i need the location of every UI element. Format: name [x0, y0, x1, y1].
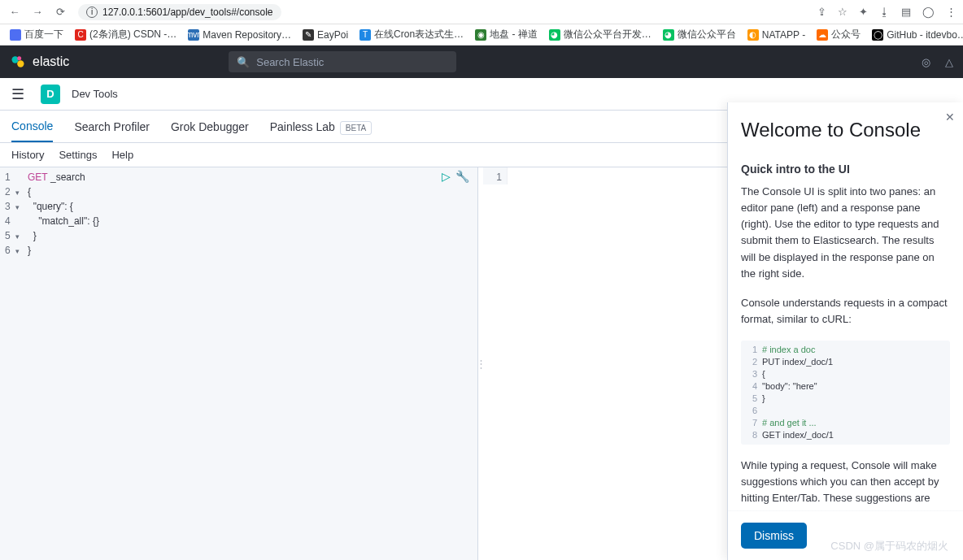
bookmark-item[interactable]: ◕微信公众平台开发… [549, 28, 651, 41]
editor-pane[interactable]: 1 2 ▾3 ▾4 5 ▾6 ▾ GET _search{ "query": {… [0, 167, 478, 560]
reload-button[interactable]: ⟳ [52, 6, 68, 18]
search-placeholder: Search Elastic [256, 56, 324, 68]
response-gutter: 1 [483, 167, 508, 184]
brand-label: elastic [33, 54, 69, 69]
bookmark-item[interactable]: C(2条消息) CSDN -… [75, 28, 176, 41]
elastic-logo[interactable]: elastic [10, 54, 69, 70]
menu-icon[interactable]: ⋮ [946, 6, 956, 18]
star-icon[interactable]: ☆ [838, 6, 848, 18]
bookmark-item[interactable]: ◐NATAPP - [747, 29, 805, 41]
wrench-icon[interactable]: 🔧 [455, 170, 469, 183]
svg-point-2 [17, 56, 21, 60]
search-icon: 🔍 [237, 56, 250, 68]
profile-icon[interactable]: ◯ [922, 6, 935, 18]
url-text: 127.0.0.1:5601/app/dev_tools#/console [102, 7, 273, 18]
app-badge[interactable]: D [41, 85, 60, 104]
extensions-icon[interactable]: ✦ [859, 6, 868, 18]
tab-grok-debugger[interactable]: Grok Debugger [171, 112, 249, 141]
bookmark-item[interactable]: ◉地盘 - 禅道 [475, 28, 538, 41]
user-icon[interactable]: △ [945, 56, 953, 68]
bookmark-item[interactable]: 百度一下 [10, 28, 63, 41]
editor-gutter: 1 2 ▾3 ▾4 5 ▾6 ▾ [0, 167, 24, 258]
nav-toggle-button[interactable]: ☰ [7, 85, 29, 103]
share-icon[interactable]: ⇪ [817, 6, 826, 18]
svg-point-1 [17, 60, 24, 67]
bookmarks-bar: 百度一下C(2条消息) CSDN -…mvnMaven Repository…✎… [0, 24, 963, 46]
watermark: CSDN @属于码农的烟火 [830, 539, 948, 553]
subnav-help[interactable]: Help [111, 149, 133, 161]
response-line-1: 1 [483, 170, 502, 184]
app-header: elastic 🔍 Search Elastic ◎ △ [0, 46, 963, 78]
flyout-p1: The Console UI is split into two panes: … [741, 184, 950, 282]
download-icon[interactable]: ⭳ [879, 6, 890, 18]
bookmark-item[interactable]: ◕微信公众平台 [663, 28, 736, 41]
elastic-logo-icon [10, 54, 26, 70]
bookmark-item[interactable]: T在线Cron表达式生… [359, 28, 464, 41]
editor-code[interactable]: GET _search{ "query": { "match_all": {} … [28, 167, 477, 258]
bookmark-item[interactable]: ☁公众号 [817, 28, 861, 41]
welcome-flyout: ✕ Welcome to Console Quick intro to the … [727, 102, 963, 560]
url-bar[interactable]: i 127.0.0.1:5601/app/dev_tools#/console [78, 4, 281, 20]
flyout-h1: Quick intro to the UI [741, 163, 950, 176]
bookmark-item[interactable]: mvnMaven Repository… [188, 29, 291, 41]
tab-search-profiler[interactable]: Search Profiler [74, 112, 150, 141]
tab-console[interactable]: Console [11, 111, 53, 142]
bookmark-item[interactable]: ◯GitHub - itdevbo… [872, 29, 963, 41]
flyout-p2: Console understands requests in a compac… [741, 295, 950, 328]
close-icon[interactable]: ✕ [945, 111, 955, 124]
forward-button[interactable]: → [29, 6, 46, 18]
code-sample: 12345678 # index a docPUT index/_doc/1{ … [741, 341, 950, 445]
subnav-settings[interactable]: Settings [59, 149, 97, 161]
flyout-title: Welcome to Console [741, 119, 950, 141]
send-request-icon[interactable]: ▷ [442, 170, 451, 183]
browser-toolbar: ← → ⟳ i 127.0.0.1:5601/app/dev_tools#/co… [0, 0, 963, 24]
site-info-icon[interactable]: i [86, 7, 98, 18]
breadcrumb-title: Dev Tools [72, 88, 118, 100]
news-icon[interactable]: ◎ [922, 56, 930, 68]
apps-icon[interactable]: ▤ [901, 6, 911, 18]
back-button[interactable]: ← [7, 6, 23, 18]
global-search[interactable]: 🔍 Search Elastic [229, 51, 456, 72]
dismiss-button[interactable]: Dismiss [741, 523, 807, 549]
bookmark-item[interactable]: ✎EayPoi [303, 29, 348, 41]
tab-painless-lab[interactable]: Painless LabBETA [270, 112, 373, 141]
subnav-history[interactable]: History [11, 149, 44, 161]
